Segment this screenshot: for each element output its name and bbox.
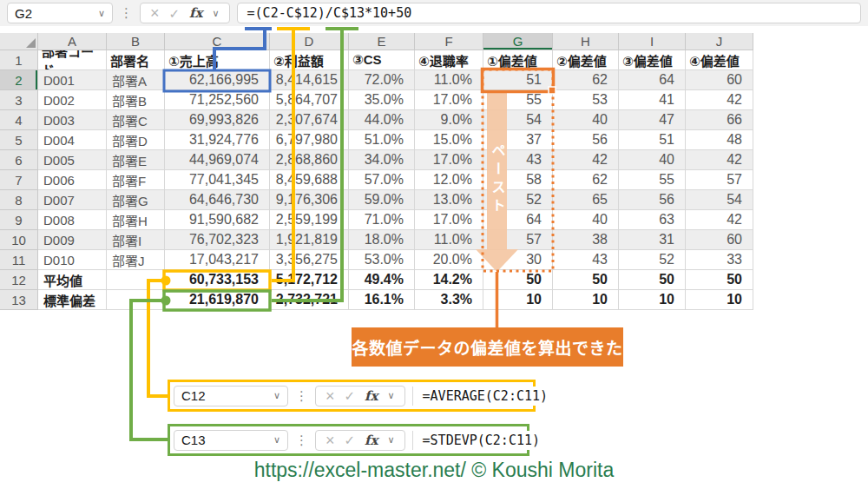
cell-I12[interactable]: 50 <box>619 270 686 290</box>
cell-I5[interactable]: 51 <box>619 130 686 150</box>
cell-H7[interactable]: 62 <box>553 170 619 190</box>
cell-E9[interactable]: 71.0% <box>349 210 415 230</box>
cell-J1[interactable]: ④偏差値 <box>686 50 753 70</box>
cell-C7[interactable]: 77,041,345 <box>165 170 270 190</box>
column-header-B[interactable]: B <box>107 33 165 50</box>
cell-J13[interactable]: 10 <box>686 290 753 310</box>
avg-name-box-dropdown-icon[interactable]: ∨ <box>273 391 280 400</box>
cell-I7[interactable]: 55 <box>619 170 686 190</box>
cell-D6[interactable]: 2,868,860 <box>270 150 349 170</box>
cell-C5[interactable]: 31,924,776 <box>165 130 270 150</box>
column-header-I[interactable]: I <box>619 33 686 50</box>
cell-H8[interactable]: 65 <box>553 190 619 210</box>
cell-E1[interactable]: ③CS <box>349 50 415 70</box>
cell-F10[interactable]: 11.0% <box>415 230 483 250</box>
cell-H4[interactable]: 40 <box>553 110 619 130</box>
cell-C8[interactable]: 64,646,730 <box>165 190 270 210</box>
select-all-corner[interactable] <box>0 33 38 50</box>
cell-J12[interactable]: 50 <box>686 270 753 290</box>
cell-E8[interactable]: 59.0% <box>349 190 415 210</box>
cell-D1[interactable]: ②利益額 <box>270 50 349 70</box>
cell-D13[interactable]: 2,732,721 <box>270 290 349 310</box>
cell-I1[interactable]: ③偏差値 <box>619 50 686 70</box>
row-header-6[interactable]: 6 <box>0 150 38 170</box>
cell-F8[interactable]: 13.0% <box>415 190 483 210</box>
cell-G3[interactable]: 55 <box>483 90 553 110</box>
column-header-E[interactable]: E <box>349 33 415 50</box>
cell-C6[interactable]: 44,969,074 <box>165 150 270 170</box>
cell-F4[interactable]: 9.0% <box>415 110 483 130</box>
cell-F13[interactable]: 3.3% <box>415 290 483 310</box>
cell-C1[interactable]: ①売上高 <box>165 50 270 70</box>
formula-input[interactable]: =(C2-C$12)/C$13*10+50 <box>237 3 861 23</box>
cell-A2[interactable]: D001 <box>38 70 107 90</box>
cell-E6[interactable]: 34.0% <box>349 150 415 170</box>
cell-A12[interactable]: 平均値 <box>38 270 107 290</box>
cell-H13[interactable]: 10 <box>553 290 619 310</box>
column-header-J[interactable]: J <box>686 33 753 50</box>
avg-name-box[interactable]: C12 ∨ <box>174 386 288 406</box>
cell-G1[interactable]: ①偏差値 <box>483 50 553 70</box>
column-header-H[interactable]: H <box>553 33 619 50</box>
row-header-11[interactable]: 11 <box>0 250 38 270</box>
cell-J9[interactable]: 42 <box>686 210 753 230</box>
row-header-10[interactable]: 10 <box>0 230 38 250</box>
cell-D5[interactable]: 6,797,980 <box>270 130 349 150</box>
cell-F7[interactable]: 12.0% <box>415 170 483 190</box>
cell-I6[interactable]: 40 <box>619 150 686 170</box>
cell-B2[interactable]: 部署A <box>107 70 165 90</box>
cell-F5[interactable]: 15.0% <box>415 130 483 150</box>
cell-C9[interactable]: 91,590,682 <box>165 210 270 230</box>
cell-D12[interactable]: 5,172,712 <box>270 270 349 290</box>
cell-B5[interactable]: 部署D <box>107 130 165 150</box>
std-name-box[interactable]: C13 ∨ <box>174 430 288 451</box>
name-box-dropdown-icon[interactable]: ∨ <box>98 9 105 18</box>
std-formula-input[interactable]: =STDEVP(C2:C11) <box>412 431 549 450</box>
cell-H1[interactable]: ②偏差値 <box>553 50 619 70</box>
row-header-5[interactable]: 5 <box>0 130 38 150</box>
cell-I11[interactable]: 52 <box>619 250 686 270</box>
cell-E13[interactable]: 16.1% <box>349 290 415 310</box>
cell-G11[interactable]: 30 <box>483 250 553 270</box>
cell-H6[interactable]: 42 <box>553 150 619 170</box>
cell-A3[interactable]: D002 <box>38 90 107 110</box>
cell-G2[interactable]: 51 <box>483 70 553 90</box>
cell-B8[interactable]: 部署G <box>107 190 165 210</box>
cell-F12[interactable]: 14.2% <box>415 270 483 290</box>
cell-C2[interactable]: 62,166,995 <box>165 70 270 90</box>
cell-D11[interactable]: 3,356,275 <box>270 250 349 270</box>
cell-I8[interactable]: 56 <box>619 190 686 210</box>
cell-I13[interactable]: 10 <box>619 290 686 310</box>
std-name-box-dropdown-icon[interactable]: ∨ <box>273 435 280 445</box>
enter-icon[interactable]: ✓ <box>169 7 181 20</box>
cell-E4[interactable]: 44.0% <box>349 110 415 130</box>
cell-H11[interactable]: 43 <box>553 250 619 270</box>
cell-I2[interactable]: 64 <box>619 70 686 90</box>
std-insert-function-icon[interactable]: fx <box>365 433 378 448</box>
cell-C11[interactable]: 17,043,217 <box>165 250 270 270</box>
cell-I9[interactable]: 63 <box>619 210 686 230</box>
fx-dropdown-icon[interactable]: ∨ <box>213 9 220 18</box>
cell-I4[interactable]: 47 <box>619 110 686 130</box>
row-header-7[interactable]: 7 <box>0 170 38 190</box>
cell-A8[interactable]: D007 <box>38 190 107 210</box>
cell-B12[interactable] <box>107 270 165 290</box>
cell-A4[interactable]: D003 <box>38 110 107 130</box>
std-enter-icon[interactable]: ✓ <box>345 433 356 446</box>
cell-H9[interactable]: 40 <box>553 210 619 230</box>
cell-H12[interactable]: 50 <box>553 270 619 290</box>
cell-H5[interactable]: 56 <box>553 130 619 150</box>
cell-C3[interactable]: 71,252,560 <box>165 90 270 110</box>
cell-J10[interactable]: 60 <box>686 230 753 250</box>
row-header-13[interactable]: 13 <box>0 290 38 310</box>
cell-E3[interactable]: 35.0% <box>349 90 415 110</box>
name-box[interactable]: G2 ∨ <box>7 3 113 23</box>
cell-A7[interactable]: D006 <box>38 170 107 190</box>
cell-A13[interactable]: 標準偏差 <box>38 290 107 310</box>
cell-F11[interactable]: 20.0% <box>415 250 483 270</box>
cell-F6[interactable]: 17.0% <box>415 150 483 170</box>
row-header-8[interactable]: 8 <box>0 190 38 210</box>
cell-F9[interactable]: 17.0% <box>415 210 483 230</box>
cell-E2[interactable]: 72.0% <box>349 70 415 90</box>
cell-B13[interactable] <box>107 290 165 310</box>
